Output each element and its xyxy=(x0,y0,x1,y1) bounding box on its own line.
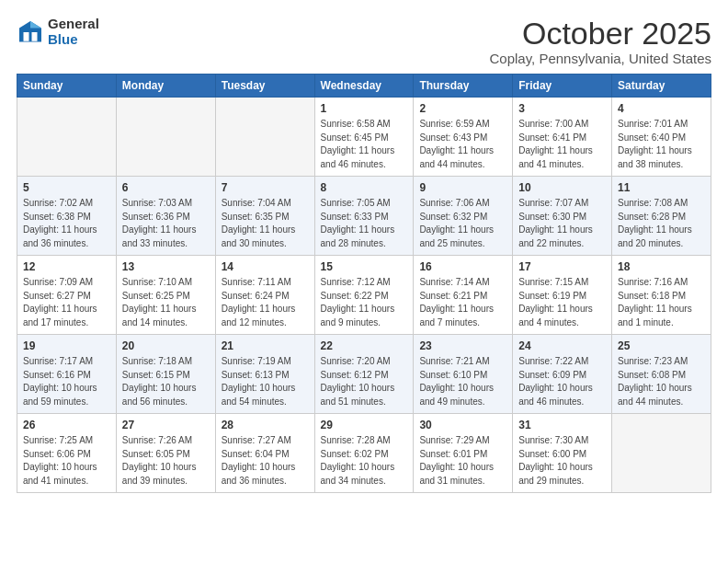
day-number: 26 xyxy=(23,419,110,431)
day-number: 20 xyxy=(122,339,210,352)
day-info: Sunrise: 7:10 AMSunset: 6:25 PMDaylight:… xyxy=(122,276,210,329)
day-info: Sunrise: 7:22 AMSunset: 6:09 PMDaylight:… xyxy=(518,355,606,408)
day-number: 7 xyxy=(222,181,309,194)
day-number: 24 xyxy=(518,339,606,352)
calendar-day-6: 6Sunrise: 7:03 AMSunset: 6:36 PMDaylight… xyxy=(116,177,215,256)
logo-icon xyxy=(17,18,44,46)
day-header-sunday: Sunday xyxy=(17,75,117,98)
svg-marker-1 xyxy=(30,21,41,29)
day-info: Sunrise: 7:21 AMSunset: 6:10 PMDaylight:… xyxy=(419,355,506,408)
day-number: 9 xyxy=(419,181,506,194)
svg-rect-4 xyxy=(24,38,29,41)
day-info: Sunrise: 7:05 AMSunset: 6:33 PMDaylight:… xyxy=(321,197,408,250)
day-number: 3 xyxy=(518,102,606,115)
day-number: 30 xyxy=(419,419,506,431)
day-info: Sunrise: 6:58 AMSunset: 6:45 PMDaylight:… xyxy=(321,118,408,171)
calendar-day-28: 28Sunrise: 7:27 AMSunset: 6:04 PMDayligh… xyxy=(215,414,314,493)
day-number: 22 xyxy=(321,339,408,352)
calendar-header-row: SundayMondayTuesdayWednesdayThursdayFrid… xyxy=(17,75,711,98)
day-info: Sunrise: 7:02 AMSunset: 6:38 PMDaylight:… xyxy=(23,197,110,250)
header: General Blue October 2025 Coplay, Pennsy… xyxy=(17,17,711,66)
calendar-day-19: 19Sunrise: 7:17 AMSunset: 6:16 PMDayligh… xyxy=(17,335,117,414)
day-number: 27 xyxy=(122,419,210,431)
day-info: Sunrise: 7:29 AMSunset: 6:01 PMDaylight:… xyxy=(419,434,506,488)
day-info: Sunrise: 7:09 AMSunset: 6:27 PMDaylight:… xyxy=(23,276,110,329)
calendar-day-15: 15Sunrise: 7:12 AMSunset: 6:22 PMDayligh… xyxy=(314,256,414,335)
calendar-day-13: 13Sunrise: 7:10 AMSunset: 6:25 PMDayligh… xyxy=(116,256,215,335)
logo-blue: Blue xyxy=(48,32,99,48)
day-number: 12 xyxy=(23,260,110,273)
calendar-day-23: 23Sunrise: 7:21 AMSunset: 6:10 PMDayligh… xyxy=(414,335,513,414)
day-header-friday: Friday xyxy=(513,75,612,98)
day-info: Sunrise: 7:23 AMSunset: 6:08 PMDaylight:… xyxy=(618,355,705,408)
calendar-week-2: 5Sunrise: 7:02 AMSunset: 6:38 PMDaylight… xyxy=(17,177,711,256)
calendar-day-empty xyxy=(612,414,711,493)
day-number: 4 xyxy=(618,102,705,115)
day-info: Sunrise: 7:17 AMSunset: 6:16 PMDaylight:… xyxy=(23,355,110,408)
day-info: Sunrise: 7:16 AMSunset: 6:18 PMDaylight:… xyxy=(618,276,705,329)
calendar-day-25: 25Sunrise: 7:23 AMSunset: 6:08 PMDayligh… xyxy=(612,335,711,414)
calendar-day-10: 10Sunrise: 7:07 AMSunset: 6:30 PMDayligh… xyxy=(513,177,612,256)
calendar-day-29: 29Sunrise: 7:28 AMSunset: 6:02 PMDayligh… xyxy=(314,414,414,493)
logo: General Blue xyxy=(17,17,99,47)
day-number: 14 xyxy=(222,260,309,273)
day-info: Sunrise: 7:03 AMSunset: 6:36 PMDaylight:… xyxy=(122,197,210,250)
day-number: 31 xyxy=(518,419,606,431)
calendar-day-empty xyxy=(116,98,215,177)
calendar-day-empty xyxy=(215,98,314,177)
day-info: Sunrise: 7:14 AMSunset: 6:21 PMDaylight:… xyxy=(419,276,506,329)
day-info: Sunrise: 7:19 AMSunset: 6:13 PMDaylight:… xyxy=(222,355,309,408)
day-number: 8 xyxy=(321,181,408,194)
month-title: October 2025 xyxy=(489,17,711,51)
day-info: Sunrise: 7:01 AMSunset: 6:40 PMDaylight:… xyxy=(618,118,705,171)
calendar-day-16: 16Sunrise: 7:14 AMSunset: 6:21 PMDayligh… xyxy=(414,256,513,335)
calendar-day-empty xyxy=(17,98,117,177)
day-header-saturday: Saturday xyxy=(612,75,711,98)
day-info: Sunrise: 7:18 AMSunset: 6:15 PMDaylight:… xyxy=(122,355,210,408)
day-info: Sunrise: 7:08 AMSunset: 6:28 PMDaylight:… xyxy=(618,197,705,250)
calendar-week-5: 26Sunrise: 7:25 AMSunset: 6:06 PMDayligh… xyxy=(17,414,711,493)
day-info: Sunrise: 7:25 AMSunset: 6:06 PMDaylight:… xyxy=(23,434,110,488)
calendar-day-12: 12Sunrise: 7:09 AMSunset: 6:27 PMDayligh… xyxy=(17,256,117,335)
calendar-week-4: 19Sunrise: 7:17 AMSunset: 6:16 PMDayligh… xyxy=(17,335,711,414)
day-info: Sunrise: 7:11 AMSunset: 6:24 PMDaylight:… xyxy=(222,276,309,329)
calendar-day-27: 27Sunrise: 7:26 AMSunset: 6:05 PMDayligh… xyxy=(116,414,215,493)
day-number: 2 xyxy=(419,102,506,115)
day-info: Sunrise: 7:15 AMSunset: 6:19 PMDaylight:… xyxy=(518,276,606,329)
day-number: 13 xyxy=(122,260,210,273)
day-info: Sunrise: 7:27 AMSunset: 6:04 PMDaylight:… xyxy=(222,434,309,488)
calendar-day-9: 9Sunrise: 7:06 AMSunset: 6:32 PMDaylight… xyxy=(414,177,513,256)
day-header-wednesday: Wednesday xyxy=(314,75,414,98)
day-info: Sunrise: 7:30 AMSunset: 6:00 PMDaylight:… xyxy=(518,434,606,488)
day-number: 23 xyxy=(419,339,506,352)
calendar-day-17: 17Sunrise: 7:15 AMSunset: 6:19 PMDayligh… xyxy=(513,256,612,335)
calendar-day-24: 24Sunrise: 7:22 AMSunset: 6:09 PMDayligh… xyxy=(513,335,612,414)
day-number: 16 xyxy=(419,260,506,273)
calendar-week-1: 1Sunrise: 6:58 AMSunset: 6:45 PMDaylight… xyxy=(17,98,711,177)
day-info: Sunrise: 7:12 AMSunset: 6:22 PMDaylight:… xyxy=(321,276,408,329)
calendar-day-21: 21Sunrise: 7:19 AMSunset: 6:13 PMDayligh… xyxy=(215,335,314,414)
calendar-day-18: 18Sunrise: 7:16 AMSunset: 6:18 PMDayligh… xyxy=(612,256,711,335)
logo-general: General xyxy=(48,17,99,32)
day-number: 28 xyxy=(222,419,309,431)
calendar-day-14: 14Sunrise: 7:11 AMSunset: 6:24 PMDayligh… xyxy=(215,256,314,335)
calendar-day-20: 20Sunrise: 7:18 AMSunset: 6:15 PMDayligh… xyxy=(116,335,215,414)
day-number: 15 xyxy=(321,260,408,273)
svg-rect-5 xyxy=(32,38,38,41)
svg-rect-3 xyxy=(32,32,38,38)
calendar-day-5: 5Sunrise: 7:02 AMSunset: 6:38 PMDaylight… xyxy=(17,177,117,256)
calendar-day-1: 1Sunrise: 6:58 AMSunset: 6:45 PMDaylight… xyxy=(314,98,414,177)
day-number: 11 xyxy=(618,181,705,194)
calendar-day-3: 3Sunrise: 7:00 AMSunset: 6:41 PMDaylight… xyxy=(513,98,612,177)
calendar-day-31: 31Sunrise: 7:30 AMSunset: 6:00 PMDayligh… xyxy=(513,414,612,493)
day-header-monday: Monday xyxy=(116,75,215,98)
calendar-day-11: 11Sunrise: 7:08 AMSunset: 6:28 PMDayligh… xyxy=(612,177,711,256)
day-header-thursday: Thursday xyxy=(414,75,513,98)
page-container: General Blue October 2025 Coplay, Pennsy… xyxy=(0,0,728,502)
calendar-day-22: 22Sunrise: 7:20 AMSunset: 6:12 PMDayligh… xyxy=(314,335,414,414)
location-title: Coplay, Pennsylvania, United States xyxy=(489,51,711,66)
title-block: October 2025 Coplay, Pennsylvania, Unite… xyxy=(489,17,711,66)
day-info: Sunrise: 6:59 AMSunset: 6:43 PMDaylight:… xyxy=(419,118,506,171)
day-info: Sunrise: 7:26 AMSunset: 6:05 PMDaylight:… xyxy=(122,434,210,488)
day-info: Sunrise: 7:04 AMSunset: 6:35 PMDaylight:… xyxy=(222,197,309,250)
